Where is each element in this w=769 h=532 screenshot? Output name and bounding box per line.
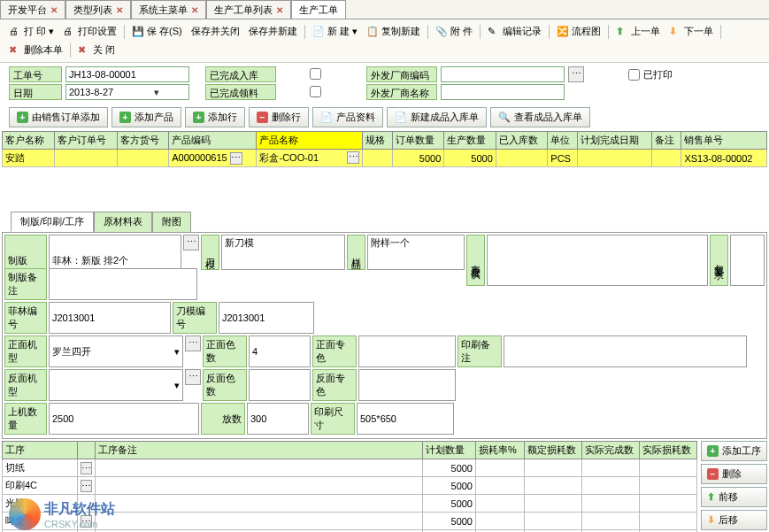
up-icon: ⬆ xyxy=(707,491,715,503)
out-code-input[interactable] xyxy=(441,66,565,82)
front-spot-input[interactable] xyxy=(358,335,456,367)
layout-input[interactable]: 300 xyxy=(247,403,309,435)
add-from-sales-button[interactable]: +由销售订单添加 xyxy=(9,107,108,127)
table-row[interactable]: 切纸⋯5000 xyxy=(3,459,697,477)
down-proc-button[interactable]: ⬇后移 xyxy=(701,510,767,530)
delete-icon: ✖ xyxy=(9,44,21,57)
lookup-icon[interactable]: ⋯ xyxy=(81,480,92,492)
cust-supply-input[interactable] xyxy=(487,235,708,286)
front-mc-input[interactable]: 罗兰四开▾ xyxy=(49,335,183,367)
back-mc-lookup[interactable]: ⋯ xyxy=(185,369,201,385)
add-proc-button[interactable]: +添加工序 xyxy=(701,441,767,461)
tab-0[interactable]: 开发平台✕ xyxy=(0,0,65,19)
watermark: 非凡软件站 CRSKY.com xyxy=(9,498,115,530)
date-label: 日期 xyxy=(9,84,62,100)
close-icon[interactable]: ✕ xyxy=(50,5,58,15)
tab-2[interactable]: 系统主菜单✕ xyxy=(131,0,206,19)
del-proc-button[interactable]: −删除 xyxy=(701,464,767,484)
print-button[interactable]: 🖨打 印▾ xyxy=(5,23,58,40)
attach-button[interactable]: 📎附 件 xyxy=(432,23,476,40)
down-icon: ⬇ xyxy=(707,514,715,526)
edit-record-button[interactable]: ✎编辑记录 xyxy=(484,23,545,40)
done-get-checkbox[interactable] xyxy=(310,86,321,97)
print-setup-icon: 🖨 xyxy=(63,26,75,38)
lookup-icon[interactable]: ⋯ xyxy=(230,152,242,165)
lookup-icon[interactable]: ⋯ xyxy=(347,151,359,164)
tab-4[interactable]: 生产工单 xyxy=(291,0,346,19)
done-in-checkbox[interactable] xyxy=(310,68,321,80)
table-row[interactable]: 安踏 A000000615 ⋯ 彩盒-COO-01 ⋯ 50005000 PCS… xyxy=(3,150,767,167)
plate-remark-input[interactable] xyxy=(49,268,197,300)
out-code-label: 外发厂商编码 xyxy=(366,66,437,82)
out-code-lookup[interactable]: ⋯ xyxy=(568,66,584,82)
view-in-button[interactable]: 🔍查看成品入库单 xyxy=(490,107,590,127)
back-spot-input[interactable] xyxy=(358,369,456,401)
next-button[interactable]: ⬇下一单 xyxy=(665,23,717,40)
close-icon: ✖ xyxy=(78,44,90,57)
plus-icon: + xyxy=(119,112,131,123)
back-colors-input[interactable] xyxy=(249,369,311,401)
back-mc-label: 反面机型 xyxy=(4,369,47,401)
order-no-input[interactable] xyxy=(65,66,189,82)
new-button[interactable]: 📄新 建▾ xyxy=(309,23,361,40)
subtab-1[interactable]: 原材料表 xyxy=(94,212,152,232)
tab-1[interactable]: 类型列表✕ xyxy=(65,0,131,19)
chevron-down-icon[interactable]: ▾ xyxy=(174,346,180,358)
subtab-0[interactable]: 制版/印刷/工序 xyxy=(11,212,94,232)
save-new-button[interactable]: 保存并新建 xyxy=(245,23,301,40)
logo-icon xyxy=(9,498,41,530)
plate-lookup[interactable]: ⋯ xyxy=(183,235,199,251)
die-no-input[interactable]: J2013001 xyxy=(219,302,314,334)
sample-input[interactable]: 附样一个 xyxy=(367,235,465,270)
add-product-button[interactable]: +添加产品 xyxy=(112,107,181,127)
film-no-input[interactable]: J2013001 xyxy=(49,302,171,334)
up-icon: ⬆ xyxy=(616,26,628,38)
print-setup-button[interactable]: 🖨打印设置 xyxy=(59,23,120,40)
plus-icon: + xyxy=(17,112,28,123)
flow-button[interactable]: 🔀流程图 xyxy=(553,23,604,40)
lookup-icon[interactable]: ⋯ xyxy=(81,462,92,474)
process-side-buttons: +添加工序 −删除 ⬆前移 ⬇后移 xyxy=(701,441,767,532)
copy-new-button[interactable]: 📋复制新建 xyxy=(363,23,424,40)
prod-info-button[interactable]: 📄产品资料 xyxy=(312,107,383,127)
up-proc-button[interactable]: ⬆前移 xyxy=(701,487,767,507)
print-size-input[interactable]: 505*650 xyxy=(357,403,454,435)
add-row-button[interactable]: +添加行 xyxy=(185,107,245,127)
edit-icon: ✎ xyxy=(488,26,500,38)
front-mc-lookup[interactable]: ⋯ xyxy=(185,335,201,351)
close-icon[interactable]: ✕ xyxy=(116,5,123,15)
search-icon: 🔍 xyxy=(498,112,511,124)
pack-req-input[interactable] xyxy=(730,235,765,286)
printed-checkbox[interactable] xyxy=(628,69,640,81)
close-button[interactable]: ✖关 闭 xyxy=(74,42,119,58)
main-toolbar: 🖨打 印▾ 🖨打印设置 💾保 存(S) 保存并关闭 保存并新建 📄新 建▾ 📋复… xyxy=(0,19,769,63)
plus-icon: + xyxy=(193,112,204,123)
out-name-label: 外发厂商名称 xyxy=(366,84,437,100)
out-name-input[interactable] xyxy=(441,84,565,100)
subtab-2[interactable]: 附图 xyxy=(152,212,191,232)
on-mc-qty-input[interactable]: 2500 xyxy=(49,403,199,435)
date-input[interactable]: 2013-8-27▾ xyxy=(65,84,189,100)
back-mc-input[interactable]: ▾ xyxy=(49,369,183,401)
chevron-down-icon[interactable]: ▾ xyxy=(174,380,180,391)
print-remark-input[interactable] xyxy=(504,335,747,367)
close-icon[interactable]: ✕ xyxy=(276,5,283,15)
front-colors-input[interactable]: 4 xyxy=(249,335,311,367)
save-button[interactable]: 💾保 存(S) xyxy=(128,23,186,40)
new-in-button[interactable]: 📄新建成品入库单 xyxy=(387,107,487,127)
prev-button[interactable]: ⬆上一单 xyxy=(612,23,664,40)
tab-3[interactable]: 生产工单列表✕ xyxy=(206,0,291,19)
delete-button[interactable]: ✖删除本单 xyxy=(5,42,66,58)
front-mc-label: 正面机型 xyxy=(4,335,47,367)
front-colors-label: 正面色数 xyxy=(203,335,247,367)
save-close-button[interactable]: 保存并关闭 xyxy=(188,23,243,40)
die-input[interactable]: 新刀模 xyxy=(221,235,345,270)
product-grid[interactable]: 客户名称客户订单号客方货号 产品编码产品名称 规格订单数量生产数量 已入库数单位… xyxy=(2,131,767,167)
close-icon[interactable]: ✕ xyxy=(191,5,198,15)
back-spot-label: 反面专色 xyxy=(312,369,357,401)
del-row-button[interactable]: −删除行 xyxy=(249,107,309,127)
table-row[interactable]: 印刷4C⋯5000 xyxy=(3,477,697,495)
attach-icon: 📎 xyxy=(435,26,448,38)
detail-tabs: 制版/印刷/工序 原材料表 附图 xyxy=(11,212,769,232)
calendar-icon[interactable]: ▾ xyxy=(127,87,186,98)
